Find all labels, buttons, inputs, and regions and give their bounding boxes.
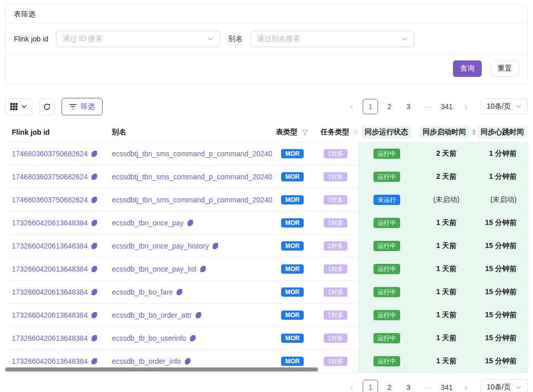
copy-icon[interactable]	[176, 288, 183, 296]
copy-icon[interactable]	[91, 358, 98, 365]
sync-table: Flink job id 别名 表类型 任务类型 同步运行状态 同步启动时间 同…	[5, 122, 528, 373]
page-size-select[interactable]: 10条/页	[481, 98, 528, 115]
filter-button[interactable]: 筛选	[62, 98, 103, 115]
flink-job-id-link[interactable]: 1746803603750682624	[12, 173, 88, 181]
flink-job-id-link[interactable]: 1746803603750682624	[12, 150, 88, 158]
copy-icon[interactable]	[187, 219, 194, 226]
alias-link[interactable]: ecssdbtj_tbn_sms_command_p_command_20240…	[112, 196, 272, 204]
copy-icon[interactable]	[184, 358, 191, 365]
col-header-heartbeat-time[interactable]: 同步心跳时间	[477, 126, 528, 138]
flink-job-id-link[interactable]: 1732660420613648384	[12, 357, 88, 365]
col-header-heartbeat-time-label: 同步心跳时间	[478, 126, 527, 138]
cell-task-type: 1对多	[313, 218, 358, 228]
page-button-1[interactable]: 1	[363, 380, 378, 392]
flink-job-id-link[interactable]: 1732660420613648384	[12, 311, 88, 319]
page-button-3[interactable]: 3	[401, 380, 416, 392]
col-header-start-time[interactable]: 同步启动时间	[416, 126, 477, 138]
cell-flink-job-id: 1732660420613648384	[5, 265, 108, 273]
copy-icon[interactable]	[195, 312, 202, 319]
flink-job-id-link[interactable]: 1732660420613648384	[12, 242, 88, 250]
task-type-badge: 1对多	[324, 311, 348, 320]
page-size-value: 10条/页	[487, 102, 511, 111]
copy-icon[interactable]	[91, 150, 98, 157]
field-flink-job-id: Flink job id 通过 ID 搜索	[14, 31, 220, 47]
copy-icon[interactable]	[189, 335, 196, 342]
cell-task-type: 1对多	[313, 357, 358, 366]
page-size-select[interactable]: 10条/页	[481, 379, 528, 392]
page-button-last[interactable]: 341	[439, 99, 455, 114]
next-page-button[interactable]	[459, 99, 474, 114]
cell-alias: ecssdbtj_tbn_sms_command_p_command_20240…	[108, 150, 272, 158]
copy-icon[interactable]	[91, 335, 98, 342]
cell-start-time: 1 天前	[416, 327, 477, 349]
refresh-button[interactable]	[39, 98, 55, 115]
copy-icon[interactable]	[91, 242, 98, 250]
cell-table-type: MOR	[272, 241, 313, 251]
cell-start-time: 1 天前	[416, 281, 477, 303]
flink-job-id-select[interactable]: 通过 ID 搜索	[56, 31, 220, 47]
page-button-1[interactable]: 1	[363, 99, 378, 114]
flink-job-id-label: Flink job id	[14, 35, 48, 43]
task-type-badge: 1对多	[324, 334, 348, 343]
pagination-bottom: 1 2 3 ··· 341 10条/页	[344, 379, 528, 392]
filter-button-label: 筛选	[81, 102, 95, 111]
col-header-flink-job-id[interactable]: Flink job id	[5, 128, 108, 136]
filter-funnel-icon[interactable]	[353, 129, 358, 136]
cell-task-type: 1对多	[313, 334, 358, 343]
flink-job-id-link[interactable]: 1732660420613648384	[12, 265, 88, 273]
copy-icon[interactable]	[91, 312, 98, 319]
next-page-button[interactable]	[459, 380, 474, 392]
reset-button[interactable]: 重置	[490, 60, 519, 77]
cell-table-type: MOR	[272, 311, 313, 320]
horizontal-scrollbar-thumb[interactable]	[5, 367, 318, 372]
sorter-icon[interactable]	[472, 129, 476, 135]
cell-flink-job-id: 1732660420613648384	[5, 311, 108, 319]
alias-link[interactable]: ecssdb_tb_order_info	[112, 357, 181, 365]
page-button-2[interactable]: 2	[382, 99, 397, 114]
table-row: 1746803603750682624 ecssdbtj_tbn_sms_com…	[5, 142, 528, 166]
alias-link[interactable]: ecssdb_tbn_once_pay	[112, 219, 184, 227]
task-type-badge: 1对多	[324, 149, 348, 158]
copy-icon[interactable]	[91, 288, 98, 296]
copy-icon[interactable]	[91, 173, 98, 180]
alias-select[interactable]: 通过别名搜索	[250, 31, 414, 47]
query-button[interactable]: 查询	[453, 60, 482, 77]
cell-flink-job-id: 1732660420613648384	[5, 357, 108, 365]
alias-link[interactable]: ecssdb_tb_bo_fare	[112, 288, 173, 296]
alias-link[interactable]: ecssdb_tb_bo_order_attr	[112, 311, 192, 319]
copy-icon[interactable]	[91, 265, 98, 273]
copy-icon[interactable]	[200, 265, 207, 273]
page-button-last[interactable]: 341	[439, 380, 455, 392]
col-header-task-type[interactable]: 任务类型	[313, 128, 358, 137]
column-settings-button[interactable]	[5, 98, 32, 115]
flink-job-id-link[interactable]: 1732660420613648384	[12, 219, 88, 227]
page-ellipsis[interactable]: ···	[420, 99, 435, 114]
cell-flink-job-id: 1746803603750682624	[5, 173, 108, 181]
copy-icon[interactable]	[91, 196, 98, 203]
col-header-sync-status[interactable]: 同步运行状态	[358, 126, 416, 138]
flink-job-id-link[interactable]: 1732660420613648384	[12, 334, 88, 342]
page-button-2[interactable]: 2	[382, 380, 397, 392]
alias-link[interactable]: ecssdb_tbn_once_pay_history	[112, 242, 209, 250]
flink-job-id-link[interactable]: 1746803603750682624	[12, 196, 88, 204]
page-ellipsis[interactable]: ···	[420, 380, 435, 392]
alias-link[interactable]: ecssdb_tbn_once_pay_list	[112, 265, 196, 273]
status-badge: 未运行	[373, 195, 400, 205]
page-button-3[interactable]: 3	[401, 99, 416, 114]
copy-icon[interactable]	[91, 219, 98, 226]
copy-icon[interactable]	[212, 242, 219, 250]
flink-job-id-link[interactable]: 1732660420613648384	[12, 288, 88, 296]
prev-page-button[interactable]	[344, 99, 359, 114]
prev-page-button[interactable]	[344, 380, 359, 392]
cell-heartbeat-time: 15 分钟前	[477, 281, 528, 303]
filter-funnel-icon[interactable]	[302, 129, 308, 136]
alias-link[interactable]: ecssdbtj_tbn_sms_command_p_command_20240…	[112, 173, 272, 181]
alias-link[interactable]: ecssdbtj_tbn_sms_command_p_command_20240…	[112, 150, 272, 158]
table-row: 1732660420613648384 ecssdb_tb_bo_order_a…	[5, 304, 528, 327]
cell-sync-status: 运行中	[358, 235, 416, 257]
cell-heartbeat-time: 15 分钟前	[477, 258, 528, 280]
table-type-badge: MOR	[281, 149, 304, 158]
col-header-table-type[interactable]: 表类型	[272, 128, 313, 137]
col-header-alias[interactable]: 别名	[108, 128, 272, 137]
alias-link[interactable]: ecssdb_tb_bo_userinfo	[112, 334, 186, 342]
